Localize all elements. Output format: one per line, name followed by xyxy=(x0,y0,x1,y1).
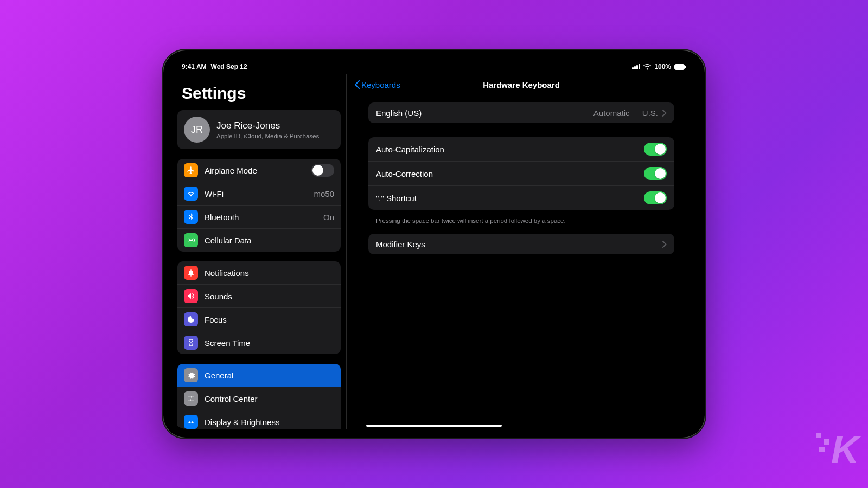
airplane-icon xyxy=(184,163,198,177)
profile-subtitle: Apple ID, iCloud, Media & Purchases xyxy=(216,133,319,139)
sidebar-item-general[interactable]: General xyxy=(177,364,341,387)
bluetooth-icon xyxy=(184,210,198,224)
svg-rect-1 xyxy=(685,66,686,68)
page-title: Settings xyxy=(177,74,341,110)
sidebar-item-label: Cellular Data xyxy=(205,236,334,245)
sidebar-item-label: Notifications xyxy=(205,268,334,278)
display-icon: AA xyxy=(184,415,198,429)
screen: 9:41 AM Wed Sep 12 100% Settings JR xyxy=(172,59,696,429)
profile-group[interactable]: JR Joe Rice-Jones Apple ID, iCloud, Medi… xyxy=(177,110,341,149)
sidebar-item-notifications[interactable]: Notifications xyxy=(177,261,341,284)
cellular-icon xyxy=(184,233,198,247)
battery-percent: 100% xyxy=(654,63,671,70)
cellular-signal-icon xyxy=(632,64,640,69)
footer-note: Pressing the space bar twice will insert… xyxy=(368,214,674,234)
detail-title: Hardware Keyboard xyxy=(483,80,560,89)
sounds-icon xyxy=(184,289,198,303)
sidebar-item-controlcenter[interactable]: Control Center xyxy=(177,387,341,410)
sidebar-item-label: Screen Time xyxy=(205,338,334,348)
gear-icon xyxy=(184,368,198,382)
row-label: Modifier Keys xyxy=(376,240,425,249)
autocorrection-row[interactable]: Auto-Correction xyxy=(368,161,674,185)
detail-pane: Keyboards Hardware Keyboard English (US)… xyxy=(347,74,696,429)
row-label: Auto-Capitalization xyxy=(376,145,444,154)
sidebar-item-label: Focus xyxy=(205,315,334,324)
autocapitalization-toggle[interactable] xyxy=(644,143,667,156)
wifi-value: mo50 xyxy=(314,189,334,198)
sidebar-item-label: Wi-Fi xyxy=(205,189,307,198)
sidebar-item-focus[interactable]: Focus xyxy=(177,307,341,331)
ipad-frame: 9:41 AM Wed Sep 12 100% Settings JR xyxy=(163,50,705,438)
notifications-icon xyxy=(184,266,198,280)
wifi-settings-icon xyxy=(184,187,198,201)
controlcenter-icon xyxy=(184,391,198,406)
autocorrection-toggle[interactable] xyxy=(644,167,667,180)
sidebar-item-label: General xyxy=(205,371,334,380)
status-date: Wed Sep 12 xyxy=(211,63,247,70)
row-label: Auto-Correction xyxy=(376,169,433,178)
avatar: JR xyxy=(184,117,210,143)
sidebar-item-cellular[interactable]: Cellular Data xyxy=(177,228,341,252)
back-label: Keyboards xyxy=(361,80,400,89)
period-shortcut-toggle[interactable] xyxy=(644,191,667,204)
period-shortcut-row[interactable]: "." Shortcut xyxy=(368,185,674,210)
language-row[interactable]: English (US) Automatic — U.S. xyxy=(368,102,674,123)
sidebar-item-label: Sounds xyxy=(205,292,334,301)
sidebar-item-screentime[interactable]: Screen Time xyxy=(177,331,341,354)
svg-rect-0 xyxy=(675,64,685,69)
status-bar: 9:41 AM Wed Sep 12 100% xyxy=(172,59,696,74)
status-time: 9:41 AM xyxy=(182,63,207,70)
chevron-right-icon xyxy=(662,241,667,248)
screentime-icon xyxy=(184,336,198,350)
back-button[interactable]: Keyboards xyxy=(354,80,400,89)
profile-row[interactable]: JR Joe Rice-Jones Apple ID, iCloud, Medi… xyxy=(177,110,341,149)
airplane-toggle[interactable] xyxy=(311,164,334,177)
modifier-keys-row[interactable]: Modifier Keys xyxy=(368,234,674,254)
svg-text:AA: AA xyxy=(188,420,194,425)
language-label: English (US) xyxy=(376,108,422,118)
sidebar-item-label: Bluetooth xyxy=(205,213,317,222)
wifi-icon xyxy=(643,64,651,70)
chevron-right-icon xyxy=(662,110,667,117)
row-label: "." Shortcut xyxy=(376,194,417,203)
settings-sidebar[interactable]: Settings JR Joe Rice-Jones Apple ID, iCl… xyxy=(172,74,347,429)
chevron-left-icon xyxy=(354,80,360,89)
watermark-logo: K xyxy=(831,427,857,472)
sidebar-item-label: Display & Brightness xyxy=(205,418,334,427)
sidebar-item-airplane[interactable]: Airplane Mode xyxy=(177,159,341,182)
sidebar-item-wifi[interactable]: Wi-Fi mo50 xyxy=(177,182,341,205)
sidebar-item-sounds[interactable]: Sounds xyxy=(177,284,341,307)
sidebar-item-label: Airplane Mode xyxy=(205,166,305,175)
sidebar-item-bluetooth[interactable]: Bluetooth On xyxy=(177,205,341,228)
home-indicator[interactable] xyxy=(366,425,502,427)
language-value: Automatic — U.S. xyxy=(593,108,658,118)
autocapitalization-row[interactable]: Auto-Capitalization xyxy=(368,137,674,161)
sidebar-item-display[interactable]: AA Display & Brightness xyxy=(177,410,341,429)
profile-name: Joe Rice-Jones xyxy=(216,120,319,131)
sidebar-item-label: Control Center xyxy=(205,394,334,403)
bluetooth-value: On xyxy=(323,213,334,222)
focus-icon xyxy=(184,312,198,326)
battery-icon xyxy=(674,64,686,70)
